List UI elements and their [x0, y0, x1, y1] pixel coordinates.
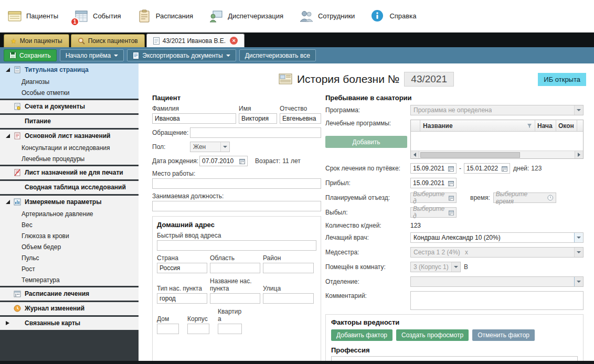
building-input[interactable] — [187, 324, 209, 334]
end-column-header[interactable]: Окон — [556, 120, 577, 131]
sidebar-item-height[interactable]: Рост — [0, 263, 139, 274]
sidebar-item-temperature[interactable]: Температура — [0, 274, 139, 285]
sidebar-item-weight[interactable]: Вес — [0, 219, 139, 230]
comment-textarea[interactable] — [410, 291, 584, 310]
scroll-right-button[interactable] — [575, 151, 583, 158]
expander-closed-icon[interactable] — [5, 320, 10, 326]
room-select[interactable]: 3 (Корпус 1) — [410, 262, 461, 272]
doctor-select[interactable]: Кондраш Александр 10 (20%) — [410, 232, 584, 243]
tab-search-patients[interactable]: Поиск пациентов — [71, 34, 145, 47]
remove-icon[interactable]: x — [465, 249, 468, 256]
sidebar-item-blood-pressure[interactable]: Артериальное давление — [0, 208, 139, 219]
add-factor-button[interactable]: Добавить фактор — [331, 329, 393, 341]
expander-open-icon[interactable] — [5, 199, 10, 205]
expander-open-icon[interactable] — [5, 133, 10, 139]
sidebar-item-noprint-prescriptions[interactable]: Лист назначений не для печати — [0, 166, 139, 179]
settlement-type-input[interactable] — [157, 293, 207, 304]
tab-my-patients[interactable]: ★ Мои пациенты — [4, 34, 69, 47]
sidebar-item-treatment-schedule[interactable]: Расписание лечения — [0, 287, 139, 300]
house-input[interactable] — [157, 324, 179, 334]
horizontal-scrollbar[interactable] — [411, 151, 583, 158]
sidebar-item-main-prescriptions[interactable]: Основной лист назначений — [0, 130, 139, 142]
menu-item-help[interactable]: Справка — [370, 9, 416, 24]
menu-item-dispatching[interactable]: Диспетчеризация — [209, 9, 283, 24]
apartment-label: Квартира — [218, 308, 242, 323]
department-select[interactable] — [410, 276, 584, 287]
program-select[interactable]: Программа не определена — [410, 105, 584, 115]
sidebar-item-special-marks[interactable]: Особые отметки — [0, 87, 139, 98]
sidebar-item-title-page[interactable]: Титульная страница — [0, 63, 139, 76]
table-body-empty — [411, 132, 583, 151]
chevron-down-icon[interactable] — [574, 277, 583, 286]
menu-item-patients[interactable]: Пациенты — [7, 9, 58, 24]
planned-departure-date[interactable]: Выберите д — [410, 192, 457, 203]
sidebar-item-linked-cards[interactable]: Связанные карты — [0, 317, 139, 329]
nurse-select[interactable]: Сестра 1 2 (4%) x — [410, 247, 584, 258]
sidebar-item-billing[interactable]: Счета и документы — [0, 100, 139, 113]
voucher-start-value: 15.09.2021 — [413, 165, 444, 172]
scroll-thumb[interactable] — [420, 152, 520, 158]
salutation-input[interactable] — [190, 127, 321, 138]
voucher-start-date[interactable]: 15.09.2021 — [410, 163, 457, 174]
street-input[interactable] — [263, 293, 314, 304]
billing-icon — [14, 103, 22, 111]
country-input[interactable] — [157, 263, 207, 273]
region-input[interactable] — [210, 263, 260, 273]
doctor-value: Кондраш Александр 10 (20%) — [413, 234, 501, 241]
start-appointment-button[interactable]: Начало приёма — [60, 49, 124, 61]
sidebar-item-procedures[interactable]: Лечебные процедуры — [0, 153, 139, 164]
departed-date[interactable]: Выберите д — [410, 207, 457, 218]
name-fields: Фамилия Имя Отчество — [152, 105, 321, 124]
menu-item-events[interactable]: 1 События — [74, 9, 121, 24]
date-placeholder: Выберите д — [413, 205, 447, 220]
quick-address-input[interactable] — [157, 240, 316, 251]
workplace-input[interactable] — [152, 178, 321, 189]
voucher-end-date[interactable]: 15.01.2022 — [464, 163, 510, 174]
expander-slot — [5, 170, 10, 176]
arrived-date[interactable]: 15.09.2021 — [410, 178, 457, 188]
position-input[interactable] — [152, 201, 321, 211]
export-documents-button[interactable]: Экспортировать документы — [127, 49, 236, 61]
firstname-input[interactable] — [239, 113, 277, 124]
gender-select[interactable]: Жен — [190, 142, 230, 152]
name-column-header[interactable]: Название — [420, 120, 535, 131]
sidebar-item-hip-volume[interactable]: Объем бедер — [0, 241, 139, 252]
birthdate-input[interactable]: 07.07.2010 — [199, 156, 248, 166]
position-label: Занимаемая должность: — [152, 192, 224, 200]
close-icon[interactable]: × — [230, 37, 238, 45]
district-input[interactable] — [263, 263, 314, 273]
departure-time-input[interactable]: Выберите время — [493, 192, 556, 203]
sidebar-item-label: Сводная таблица исследований — [25, 184, 126, 191]
save-button[interactable]: Сохранить — [4, 49, 57, 61]
tab-document-43-2021[interactable]: 43/2021 Иванова В.Е. × — [146, 34, 245, 47]
calendar-icon — [502, 166, 507, 172]
add-program-button[interactable]: Добавить — [325, 136, 407, 148]
chevron-down-icon[interactable] — [574, 233, 583, 242]
start-column-header[interactable]: Нача — [535, 120, 556, 131]
sidebar-item-blood-glucose[interactable]: Глюкоза в крови — [0, 230, 139, 241]
expander-open-icon[interactable] — [5, 67, 10, 73]
cancel-factor-button[interactable]: Отменить фактор — [472, 329, 535, 341]
sidebar-item-diagnoses[interactable]: Диагнозы — [0, 76, 139, 87]
patronymic-input[interactable] — [280, 113, 321, 124]
sidebar-item-changelog[interactable]: Журнал изменений — [0, 302, 139, 315]
filter-icon[interactable] — [527, 123, 532, 129]
birthdate-label: Дата рождения: — [152, 157, 199, 165]
menu-item-staff[interactable]: Сотрудники — [299, 9, 355, 24]
create-checkup-button[interactable]: Создать профосмотр — [396, 329, 469, 341]
menu-item-schedules[interactable]: Расписания — [137, 9, 193, 24]
sidebar-item-nutrition[interactable]: Питание — [0, 115, 139, 127]
sidebar-item-label: Особые отметки — [22, 89, 70, 97]
treatment-programs-table[interactable]: Название Нача Окон — [410, 120, 584, 159]
dispatch-all-button[interactable]: Диспетчеризовать все — [239, 49, 316, 61]
profession-input[interactable] — [331, 356, 578, 361]
profession-title: Профессия — [331, 346, 578, 354]
sidebar-item-consultations[interactable]: Консультации и исследования — [0, 142, 139, 153]
apartment-input[interactable] — [218, 324, 242, 334]
sidebar-item-measured-params[interactable]: Измеряемые параметры — [0, 196, 139, 208]
scroll-left-button[interactable] — [411, 151, 419, 158]
sidebar-item-summary-table[interactable]: Сводная таблица исследований — [0, 181, 139, 194]
surname-input[interactable] — [152, 113, 236, 124]
sidebar-item-pulse[interactable]: Пульс — [0, 252, 139, 263]
settlement-name-input[interactable] — [210, 293, 260, 304]
